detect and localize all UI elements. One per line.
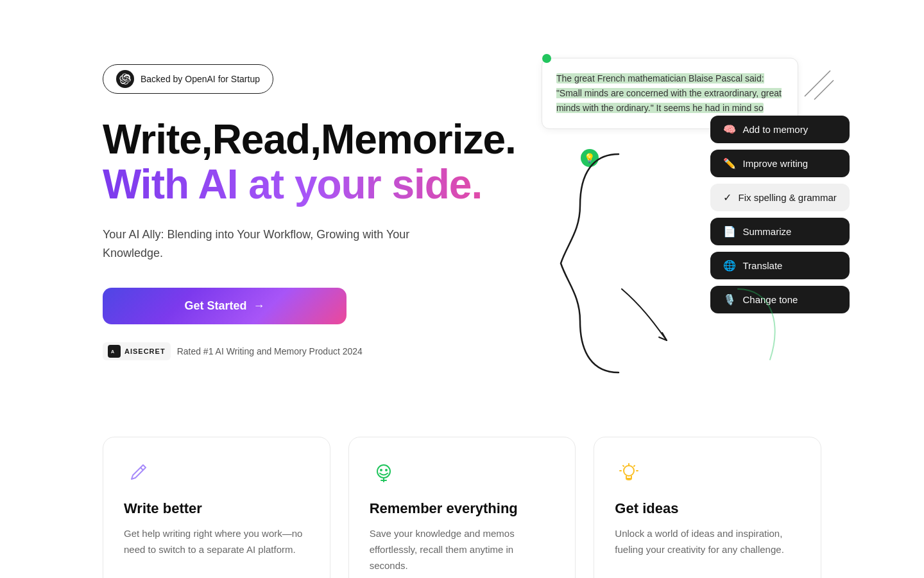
improve-writing-icon: ✏️ <box>723 157 736 170</box>
pen-icon <box>128 462 148 487</box>
menu-item-summarize[interactable]: 📄 Summarize <box>710 218 849 245</box>
get-started-label: Get Started <box>184 299 246 313</box>
ai-logo-svg: A <box>110 347 119 356</box>
menu-item-fix-spelling[interactable]: ✓ Fix spelling & grammar <box>710 184 849 211</box>
menu-item-translate[interactable]: 🌐 Translate <box>710 252 849 279</box>
rating-row: A AISECRET Rated #1 AI Writing and Memor… <box>103 342 516 360</box>
badge-text: Backed by OpenAI for Startup <box>141 74 260 84</box>
translate-label: Translate <box>742 260 782 271</box>
get-started-button[interactable]: Get Started → <box>103 288 346 324</box>
summarize-label: Summarize <box>742 226 791 237</box>
feature-card-remember-everything: Remember everything Save your knowledge … <box>348 437 576 578</box>
add-to-memory-icon: 🧠 <box>723 123 736 136</box>
get-ideas-desc: Unlock a world of ideas and inspiration,… <box>615 526 800 558</box>
write-better-icon-wrapper <box>124 460 152 489</box>
rating-text: Rated #1 AI Writing and Memory Product 2… <box>177 346 363 356</box>
hero-subtitle: Your AI Ally: Blending into Your Workflo… <box>103 225 411 263</box>
svg-point-4 <box>377 465 390 478</box>
svg-point-6 <box>385 469 388 471</box>
ai-secret-text: AISECRET <box>124 347 166 355</box>
feature-card-write-better: Write better Get help writing right wher… <box>103 437 330 578</box>
deco-curve <box>732 283 860 372</box>
menu-item-add-to-memory[interactable]: 🧠 Add to memory <box>710 116 849 143</box>
add-to-memory-label: Add to memory <box>742 124 808 135</box>
brace-decoration <box>554 141 683 385</box>
menu-item-improve-writing[interactable]: ✏️ Improve writing <box>710 150 849 177</box>
openai-svg-icon <box>119 73 131 85</box>
svg-line-2 <box>805 71 830 96</box>
svg-line-10 <box>623 466 624 466</box>
hero-left: Backed by OpenAI for Startup Write,Read,… <box>103 51 516 360</box>
ai-secret-badge: A AISECRET <box>103 342 171 360</box>
deco-lines <box>798 64 837 103</box>
hero-title-purple: With AI at your side. <box>103 162 516 207</box>
improve-writing-label: Improve writing <box>742 158 808 169</box>
hero-title-black: Write,Read,Memorize. <box>103 117 516 162</box>
write-better-desc: Get help writing right where you work—no… <box>124 526 309 558</box>
idea-icon <box>619 462 639 487</box>
get-ideas-icon-wrapper <box>615 460 643 489</box>
hero-section: Backed by OpenAI for Startup Write,Read,… <box>0 0 924 424</box>
cards-section: Write better Get help writing right wher… <box>0 424 924 578</box>
remember-icon-wrapper <box>370 460 398 489</box>
remember-title: Remember everything <box>370 500 555 517</box>
get-ideas-title: Get ideas <box>615 500 800 517</box>
selected-text: The great French mathematician Blaise Pa… <box>556 73 782 113</box>
fix-spelling-label: Fix spelling & grammar <box>738 192 836 203</box>
green-dot-top <box>542 54 551 63</box>
summarize-icon: 📄 <box>723 225 736 238</box>
feature-card-get-ideas: Get ideas Unlock a world of ideas and in… <box>594 437 821 578</box>
get-started-arrow: → <box>253 299 265 313</box>
hero-right: The great French mathematician Blaise Pa… <box>516 51 850 142</box>
text-sample: The great French mathematician Blaise Pa… <box>556 73 782 113</box>
remember-desc: Save your knowledge and memos effortless… <box>370 526 555 574</box>
svg-text:A: A <box>111 349 114 354</box>
svg-line-12 <box>634 466 635 466</box>
ai-secret-logo-icon: A <box>108 345 121 358</box>
translate-icon: 🌐 <box>723 259 736 272</box>
openai-icon <box>116 70 134 88</box>
openai-badge: Backed by OpenAI for Startup <box>103 64 273 94</box>
memory-icon <box>373 462 394 487</box>
write-better-title: Write better <box>124 500 309 517</box>
svg-point-7 <box>624 466 634 476</box>
svg-point-5 <box>380 469 382 471</box>
fix-spelling-icon: ✓ <box>723 191 732 204</box>
